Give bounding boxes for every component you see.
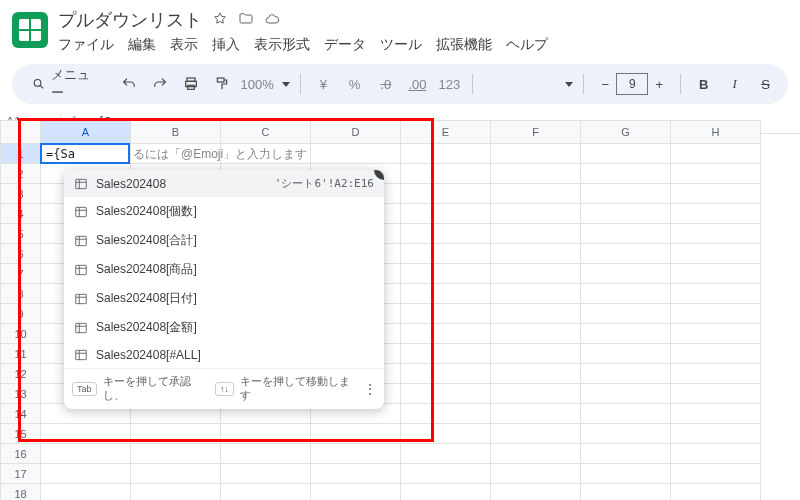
cell-D15[interactable] bbox=[311, 424, 401, 444]
row-header-12[interactable]: 12 bbox=[1, 364, 41, 384]
font-select[interactable] bbox=[483, 82, 573, 87]
cell-F1[interactable] bbox=[491, 144, 581, 164]
row-header-5[interactable]: 5 bbox=[1, 224, 41, 244]
cell-A17[interactable] bbox=[41, 464, 131, 484]
cell-E9[interactable] bbox=[401, 304, 491, 324]
cell-F7[interactable] bbox=[491, 264, 581, 284]
cell-F12[interactable] bbox=[491, 364, 581, 384]
cell-E17[interactable] bbox=[401, 464, 491, 484]
menu-insert[interactable]: 挿入 bbox=[212, 36, 240, 54]
cell-C18[interactable] bbox=[221, 484, 311, 501]
currency-button[interactable]: ¥ bbox=[311, 71, 336, 97]
cell-B18[interactable] bbox=[131, 484, 221, 501]
row-header-18[interactable]: 18 bbox=[1, 484, 41, 501]
cell-C15[interactable] bbox=[221, 424, 311, 444]
cell-G5[interactable] bbox=[581, 224, 671, 244]
percent-button[interactable]: % bbox=[342, 71, 367, 97]
menu-format[interactable]: 表示形式 bbox=[254, 36, 310, 54]
cell-H8[interactable] bbox=[671, 284, 761, 304]
row-header-3[interactable]: 3 bbox=[1, 184, 41, 204]
cloud-status-icon[interactable] bbox=[264, 11, 280, 30]
cell-G9[interactable] bbox=[581, 304, 671, 324]
row-header-6[interactable]: 6 bbox=[1, 244, 41, 264]
move-icon[interactable] bbox=[238, 11, 254, 30]
cell-E8[interactable] bbox=[401, 284, 491, 304]
cell-G7[interactable] bbox=[581, 264, 671, 284]
cell-G4[interactable] bbox=[581, 204, 671, 224]
cell-E15[interactable] bbox=[401, 424, 491, 444]
cell-H10[interactable] bbox=[671, 324, 761, 344]
col-header-F[interactable]: F bbox=[491, 121, 581, 144]
autocomplete-item[interactable]: Sales202408[#ALL] bbox=[64, 342, 384, 368]
col-header-H[interactable]: H bbox=[671, 121, 761, 144]
increase-decimal-button[interactable]: .00 bbox=[404, 71, 430, 97]
autocomplete-item[interactable]: Sales202408'シート6'!A2:E16 bbox=[64, 170, 384, 197]
sheets-app-icon[interactable] bbox=[12, 12, 48, 48]
cell-F10[interactable] bbox=[491, 324, 581, 344]
cell-F3[interactable] bbox=[491, 184, 581, 204]
font-size-decrease[interactable]: − bbox=[594, 73, 616, 95]
cell-E2[interactable] bbox=[401, 164, 491, 184]
print-button[interactable] bbox=[179, 71, 204, 97]
cell-E16[interactable] bbox=[401, 444, 491, 464]
cell-F14[interactable] bbox=[491, 404, 581, 424]
cell-H9[interactable] bbox=[671, 304, 761, 324]
menu-data[interactable]: データ bbox=[324, 36, 366, 54]
active-cell-input[interactable]: ={Sa bbox=[40, 143, 130, 164]
cell-F11[interactable] bbox=[491, 344, 581, 364]
row-header-10[interactable]: 10 bbox=[1, 324, 41, 344]
cell-F2[interactable] bbox=[491, 164, 581, 184]
cell-E3[interactable] bbox=[401, 184, 491, 204]
cell-G17[interactable] bbox=[581, 464, 671, 484]
row-header-8[interactable]: 8 bbox=[1, 284, 41, 304]
autocomplete-item[interactable]: Sales202408[日付] bbox=[64, 284, 384, 313]
row-header-4[interactable]: 4 bbox=[1, 204, 41, 224]
cell-C17[interactable] bbox=[221, 464, 311, 484]
autocomplete-item[interactable]: Sales202408[個数] bbox=[64, 197, 384, 226]
cell-G12[interactable] bbox=[581, 364, 671, 384]
cell-F16[interactable] bbox=[491, 444, 581, 464]
menu-edit[interactable]: 編集 bbox=[128, 36, 156, 54]
col-header-A[interactable]: A bbox=[41, 121, 131, 144]
cell-D1[interactable] bbox=[311, 144, 401, 164]
cell-H7[interactable] bbox=[671, 264, 761, 284]
row-header-9[interactable]: 9 bbox=[1, 304, 41, 324]
cell-F6[interactable] bbox=[491, 244, 581, 264]
cell-H15[interactable] bbox=[671, 424, 761, 444]
number-format-button[interactable]: 123 bbox=[436, 71, 462, 97]
row-header-15[interactable]: 15 bbox=[1, 424, 41, 444]
cell-E13[interactable] bbox=[401, 384, 491, 404]
autocomplete-item[interactable]: Sales202408[金額] bbox=[64, 313, 384, 342]
cell-A15[interactable] bbox=[41, 424, 131, 444]
menu-view[interactable]: 表示 bbox=[170, 36, 198, 54]
row-header-1[interactable]: 1 bbox=[1, 144, 41, 164]
cell-F5[interactable] bbox=[491, 224, 581, 244]
row-header-2[interactable]: 2 bbox=[1, 164, 41, 184]
autocomplete-item[interactable]: Sales202408[商品] bbox=[64, 255, 384, 284]
menu-file[interactable]: ファイル bbox=[58, 36, 114, 54]
cell-C16[interactable] bbox=[221, 444, 311, 464]
cell-H13[interactable] bbox=[671, 384, 761, 404]
star-icon[interactable] bbox=[212, 11, 228, 30]
cell-G3[interactable] bbox=[581, 184, 671, 204]
cell-B15[interactable] bbox=[131, 424, 221, 444]
row-header-17[interactable]: 17 bbox=[1, 464, 41, 484]
cell-E4[interactable] bbox=[401, 204, 491, 224]
cell-B17[interactable] bbox=[131, 464, 221, 484]
cell-G13[interactable] bbox=[581, 384, 671, 404]
col-header-D[interactable]: D bbox=[311, 121, 401, 144]
cell-E5[interactable] bbox=[401, 224, 491, 244]
redo-button[interactable] bbox=[148, 71, 173, 97]
cell-H6[interactable] bbox=[671, 244, 761, 264]
cell-G18[interactable] bbox=[581, 484, 671, 501]
row-header-7[interactable]: 7 bbox=[1, 264, 41, 284]
row-header-14[interactable]: 14 bbox=[1, 404, 41, 424]
cell-E18[interactable] bbox=[401, 484, 491, 501]
cell-H12[interactable] bbox=[671, 364, 761, 384]
cell-H11[interactable] bbox=[671, 344, 761, 364]
cell-E6[interactable] bbox=[401, 244, 491, 264]
cell-H3[interactable] bbox=[671, 184, 761, 204]
cell-D16[interactable] bbox=[311, 444, 401, 464]
more-icon[interactable]: ⋮ bbox=[363, 381, 376, 397]
cell-H2[interactable] bbox=[671, 164, 761, 184]
